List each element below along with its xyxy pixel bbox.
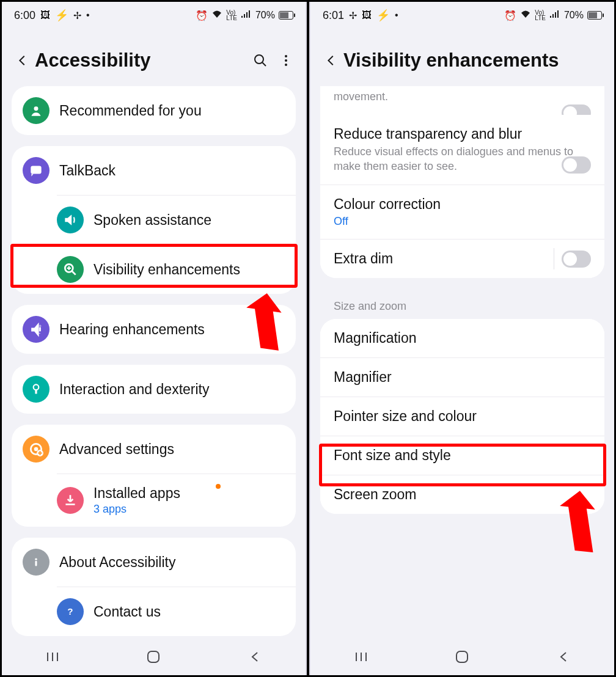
setting-hearing-enhancements[interactable]: +-Hearing enhancements — [12, 305, 296, 354]
nav-bar — [2, 639, 306, 675]
setting-label: Magnification — [334, 330, 591, 346]
status-time: 6:00 — [14, 9, 35, 22]
setting-magnification[interactable]: Magnification — [320, 319, 604, 357]
svg-point-1 — [285, 55, 287, 57]
dot-icon: • — [395, 10, 398, 21]
settings-group: TalkBackSpoken assistanceVisibility enha… — [12, 146, 296, 294]
setting-label: Screen zoom — [334, 486, 591, 503]
battery-text: 70% — [564, 10, 584, 21]
page-title: Visibility enhancements — [343, 49, 602, 71]
back-nav-button[interactable] — [240, 650, 270, 664]
svg-point-12 — [34, 447, 38, 452]
back-nav-button[interactable] — [549, 650, 578, 664]
setting-font-size-and-style[interactable]: Font size and style — [320, 436, 604, 475]
svg-point-15 — [35, 558, 37, 560]
setting-label: Interaction and dexterity — [59, 381, 209, 398]
download-icon — [57, 487, 84, 514]
setting-advanced-settings[interactable]: Advanced settings — [12, 425, 296, 474]
ear-icon: +- — [23, 316, 50, 343]
section-header: Size and zoom — [320, 289, 604, 319]
setting-row-partial[interactable]: movement. — [320, 86, 604, 115]
svg-rect-19 — [148, 651, 159, 662]
setting-desc: movement. — [334, 90, 591, 104]
setting-label: Visibility enhancements — [94, 262, 240, 278]
fan-icon: ✢ — [73, 10, 81, 21]
setting-label: Reduce transparency and blur — [334, 126, 591, 142]
alarm-icon: ⏰ — [504, 10, 516, 21]
person-circle-icon — [23, 97, 50, 124]
back-button[interactable] — [10, 54, 35, 67]
search-button[interactable] — [253, 53, 268, 68]
signal-icon — [549, 10, 560, 21]
svg-point-10 — [34, 384, 39, 390]
settings-group: +-Hearing enhancements — [12, 305, 296, 354]
help-icon: ? — [57, 598, 84, 625]
gear-plus-icon — [23, 436, 50, 463]
header: Visibility enhancements — [310, 29, 614, 86]
setting-label: Installed apps — [94, 485, 180, 502]
setting-extra-dim[interactable]: Extra dim — [320, 239, 604, 278]
toggle-switch[interactable] — [562, 156, 591, 174]
status-time: 6:01 — [323, 9, 344, 22]
home-button[interactable] — [447, 650, 477, 664]
setting-label: Recommended for you — [59, 103, 202, 119]
signal-icon — [241, 10, 252, 21]
svg-text:+: + — [38, 323, 42, 329]
setting-recommended-for-you[interactable]: Recommended for you — [12, 86, 296, 135]
setting-label: TalkBack — [59, 163, 116, 179]
setting-interaction-and-dexterity[interactable]: Interaction and dexterity — [12, 365, 296, 414]
battery-text: 70% — [255, 10, 275, 21]
notification-dot — [216, 484, 221, 489]
setting-talkback[interactable]: TalkBack — [12, 146, 296, 195]
svg-rect-16 — [35, 561, 37, 566]
back-button[interactable] — [319, 54, 343, 67]
setting-about-accessibility[interactable]: About Accessibility — [12, 538, 296, 587]
home-button[interactable] — [139, 650, 168, 664]
status-bar: 6:00 🖼 ⚡ ✢ • ⏰ Vo)LTE 70% — [2, 2, 306, 29]
toggle-switch[interactable] — [562, 251, 591, 268]
setting-label: Advanced settings — [59, 441, 174, 458]
dot-icon: • — [86, 10, 90, 21]
setting-label: About Accessibility — [59, 554, 175, 571]
setting-colour-correction[interactable]: Colour correctionOff — [320, 185, 604, 239]
accessibility-screen: 6:00 🖼 ⚡ ✢ • ⏰ Vo)LTE 70% Accessibility — [2, 2, 307, 675]
info-icon — [23, 549, 50, 576]
settings-list: movement. Reduce transparency and blurRe… — [310, 86, 614, 532]
setting-label: Hearing enhancements — [59, 321, 205, 338]
setting-installed-apps[interactable]: Installed apps3 apps — [57, 474, 296, 527]
setting-spoken-assistance[interactable]: Spoken assistance — [57, 195, 296, 244]
svg-text:?: ? — [67, 606, 73, 617]
setting-contact-us[interactable]: ?Contact us — [57, 587, 296, 636]
svg-point-0 — [255, 55, 263, 64]
setting-screen-zoom[interactable]: Screen zoom — [320, 475, 604, 514]
setting-visibility-enhancements[interactable]: Visibility enhancements — [57, 244, 296, 294]
setting-reduce-transparency-and-blur[interactable]: Reduce transparency and blurReduce visua… — [320, 115, 604, 185]
header: Accessibility — [2, 29, 306, 86]
svg-point-3 — [285, 64, 287, 66]
setting-pointer-size-and-colour[interactable]: Pointer size and colour — [320, 397, 604, 436]
nav-bar — [310, 639, 614, 675]
battery-icon — [279, 11, 293, 20]
image-icon: 🖼 — [40, 10, 50, 21]
setting-label: Magnifier — [334, 369, 591, 386]
setting-desc: Reduce visual effects on dialogues and m… — [334, 145, 591, 174]
svg-point-5 — [34, 106, 38, 111]
more-button[interactable] — [279, 53, 293, 68]
chat-icon — [23, 157, 50, 184]
wifi-icon — [211, 10, 222, 21]
bolt-icon: ⚡ — [376, 9, 390, 22]
svg-point-2 — [285, 59, 287, 62]
setting-value: Off — [334, 215, 591, 228]
setting-label: Contact us — [94, 604, 161, 620]
volte-icon: Vo)LTE — [535, 10, 546, 21]
svg-text:-: - — [38, 330, 40, 336]
volte-icon: Vo)LTE — [226, 10, 237, 21]
settings-group: About Accessibility?Contact us — [12, 538, 296, 636]
status-bar: 6:01 ✢ 🖼 ⚡ • ⏰ Vo)LTE 70% — [310, 2, 614, 29]
bolt-icon: ⚡ — [55, 9, 68, 22]
recents-button[interactable] — [38, 650, 67, 664]
setting-magnifier[interactable]: Magnifier — [320, 357, 604, 397]
battery-icon — [587, 11, 602, 20]
fan-icon: ✢ — [349, 10, 357, 21]
recents-button[interactable] — [346, 650, 376, 664]
